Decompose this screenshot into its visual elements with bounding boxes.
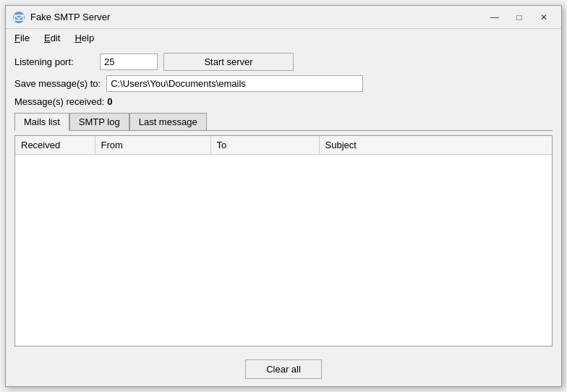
listening-port-label: Listening port: — [14, 56, 94, 67]
minimize-button[interactable]: — — [483, 9, 506, 26]
messages-received-count: 0 — [107, 96, 112, 107]
window-title: Fake SMTP Server — [30, 12, 483, 22]
tab-last-message[interactable]: Last message — [129, 113, 207, 131]
footer: Clear all — [6, 352, 561, 386]
table-header-row: Received From To Subject — [15, 136, 552, 155]
tab-mails-list[interactable]: Mails list — [14, 113, 69, 131]
main-window: Fake SMTP Server — □ ✕ File Edit Help Li… — [5, 5, 562, 387]
clear-all-button[interactable]: Clear all — [245, 359, 322, 379]
menu-edit[interactable]: Edit — [38, 30, 66, 46]
messages-received-label: Message(s) received: — [14, 96, 104, 107]
main-content: Listening port: Start server Save messag… — [6, 47, 561, 352]
app-icon — [12, 10, 26, 25]
listening-port-input[interactable] — [100, 54, 158, 70]
close-button[interactable]: ✕ — [532, 9, 555, 26]
save-messages-label: Save message(s) to: — [14, 78, 101, 89]
listening-port-row: Listening port: Start server — [14, 53, 553, 71]
col-header-from: From — [95, 136, 210, 155]
save-messages-row: Save message(s) to: — [14, 75, 553, 92]
mail-table: Received From To Subject — [15, 136, 552, 155]
start-server-button[interactable]: Start server — [163, 53, 294, 71]
tab-smtp-log[interactable]: SMTP log — [69, 113, 129, 131]
save-messages-input[interactable] — [106, 75, 363, 92]
col-header-subject: Subject — [319, 136, 552, 155]
messages-received-row: Message(s) received: 0 — [14, 96, 553, 107]
col-header-to: To — [210, 136, 319, 155]
col-header-received: Received — [15, 136, 95, 155]
menu-help[interactable]: Help — [69, 30, 100, 46]
window-controls: — □ ✕ — [483, 9, 555, 26]
maximize-button[interactable]: □ — [508, 9, 531, 26]
mail-table-container: Received From To Subject — [14, 135, 553, 346]
menu-bar: File Edit Help — [6, 29, 561, 47]
menu-file[interactable]: File — [9, 30, 35, 46]
tabs-row: Mails list SMTP log Last message — [14, 113, 553, 131]
title-bar: Fake SMTP Server — □ ✕ — [6, 6, 561, 29]
